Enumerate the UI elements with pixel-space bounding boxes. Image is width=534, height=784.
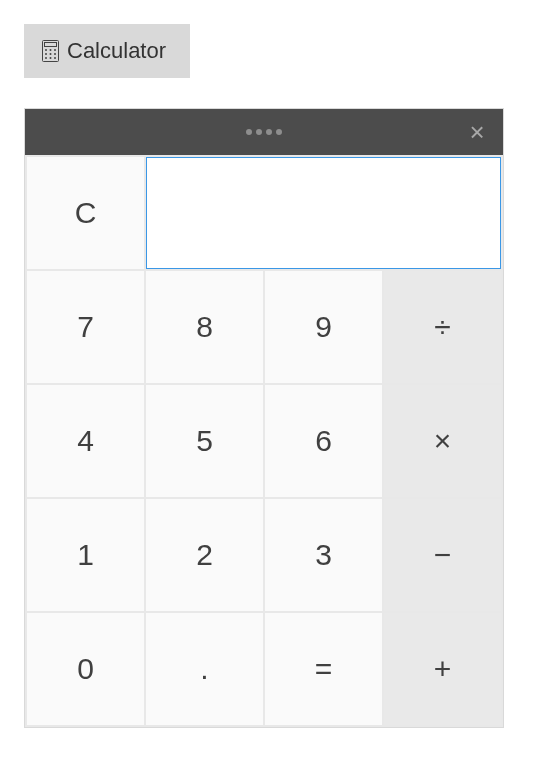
key-1[interactable]: 1 <box>26 498 145 612</box>
close-icon: × <box>469 117 484 147</box>
key-5[interactable]: 5 <box>145 384 264 498</box>
svg-point-4 <box>54 49 56 51</box>
calculator-tab[interactable]: Calculator <box>24 24 190 78</box>
calculator-window: × C 7 8 9 ÷ 4 5 6 × 1 <box>24 108 504 728</box>
key-add[interactable]: + <box>383 612 502 726</box>
key-equals[interactable]: = <box>264 612 383 726</box>
key-6[interactable]: 6 <box>264 384 383 498</box>
key-4[interactable]: 4 <box>26 384 145 498</box>
titlebar[interactable]: × <box>25 109 503 155</box>
svg-rect-1 <box>45 43 57 47</box>
close-button[interactable]: × <box>465 120 489 144</box>
display-cell <box>145 156 502 270</box>
key-0[interactable]: 0 <box>26 612 145 726</box>
svg-point-5 <box>45 53 47 55</box>
svg-point-7 <box>54 53 56 55</box>
key-divide[interactable]: ÷ <box>383 270 502 384</box>
svg-point-10 <box>54 57 56 59</box>
key-7[interactable]: 7 <box>26 270 145 384</box>
calculator-icon <box>42 40 59 62</box>
display-input[interactable] <box>146 157 501 269</box>
key-9[interactable]: 9 <box>264 270 383 384</box>
key-subtract[interactable]: − <box>383 498 502 612</box>
key-decimal[interactable]: . <box>145 612 264 726</box>
calculator-body: C 7 8 9 ÷ 4 5 6 × 1 2 3 − <box>25 155 503 727</box>
svg-point-2 <box>45 49 47 51</box>
key-multiply[interactable]: × <box>383 384 502 498</box>
calculator-tab-label: Calculator <box>67 38 166 64</box>
key-3[interactable]: 3 <box>264 498 383 612</box>
svg-point-8 <box>45 57 47 59</box>
drag-handle-icon <box>246 129 282 135</box>
key-8[interactable]: 8 <box>145 270 264 384</box>
svg-point-3 <box>50 49 52 51</box>
key-2[interactable]: 2 <box>145 498 264 612</box>
svg-point-9 <box>50 57 52 59</box>
key-clear[interactable]: C <box>26 156 145 270</box>
svg-point-6 <box>50 53 52 55</box>
